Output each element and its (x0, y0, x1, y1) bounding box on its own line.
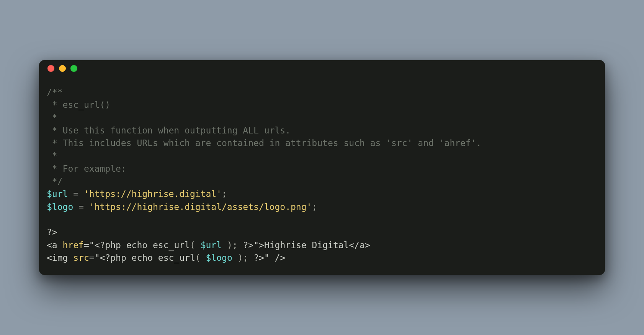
variable: $url (201, 240, 222, 250)
tag-gt: > (259, 240, 264, 250)
paren-close-semi: ); (238, 253, 248, 263)
comment-line: * (47, 112, 57, 122)
attr-eq-quote: =" (89, 253, 100, 263)
php-function: esc_url (158, 253, 195, 263)
php-close-tag: ?> (253, 253, 264, 263)
operator-assign: = (73, 202, 89, 212)
link-text: Highrise Digital (264, 240, 349, 250)
php-function: esc_url (153, 240, 190, 250)
comment-line: * For example: (47, 164, 126, 174)
variable: $logo (47, 202, 73, 212)
window-titlebar (39, 60, 605, 77)
comment-line: */ (47, 176, 63, 186)
comment-line: /** (47, 87, 63, 97)
attr-quote-close: " (264, 253, 270, 263)
semicolon: ; (312, 202, 317, 212)
php-keyword: echo (126, 240, 147, 250)
minimize-icon[interactable] (59, 65, 66, 72)
html-attr-name: src (73, 253, 89, 263)
paren-open: ( (190, 240, 195, 250)
comment-line: * (47, 151, 57, 161)
comment-line: * This includes URLs which are contained… (47, 138, 481, 148)
html-tag-open: <img (47, 253, 68, 263)
string-literal: 'https://highrise.digital/assets/logo.pn… (89, 202, 312, 212)
semicolon: ; (222, 189, 227, 199)
paren-open: ( (195, 253, 201, 263)
close-icon[interactable] (47, 65, 54, 72)
php-open-tag: <?php (100, 253, 126, 263)
attr-quote-close: " (253, 240, 259, 250)
maximize-icon[interactable] (70, 65, 77, 72)
php-close-tag: ?> (243, 240, 253, 250)
attr-eq-quote: =" (84, 240, 95, 250)
php-keyword: echo (132, 253, 153, 263)
self-close: /> (270, 253, 286, 263)
comment-line: * Use this function when outputting ALL … (47, 125, 291, 135)
code-window: /** * esc_url() * * Use this function wh… (39, 60, 605, 275)
code-block: /** * esc_url() * * Use this function wh… (39, 77, 605, 265)
php-open-tag: <?php (95, 240, 121, 250)
string-literal: 'https://highrise.digital' (84, 189, 222, 199)
html-attr-name: href (63, 240, 84, 250)
paren-close-semi: ); (227, 240, 238, 250)
variable: $url (47, 189, 68, 199)
variable: $logo (206, 253, 232, 263)
html-tag-close: </a> (349, 240, 370, 250)
operator-assign: = (68, 189, 84, 199)
comment-line: * esc_url() (47, 100, 110, 110)
html-tag-open: <a (47, 240, 57, 250)
php-close-tag: ?> (47, 227, 57, 237)
